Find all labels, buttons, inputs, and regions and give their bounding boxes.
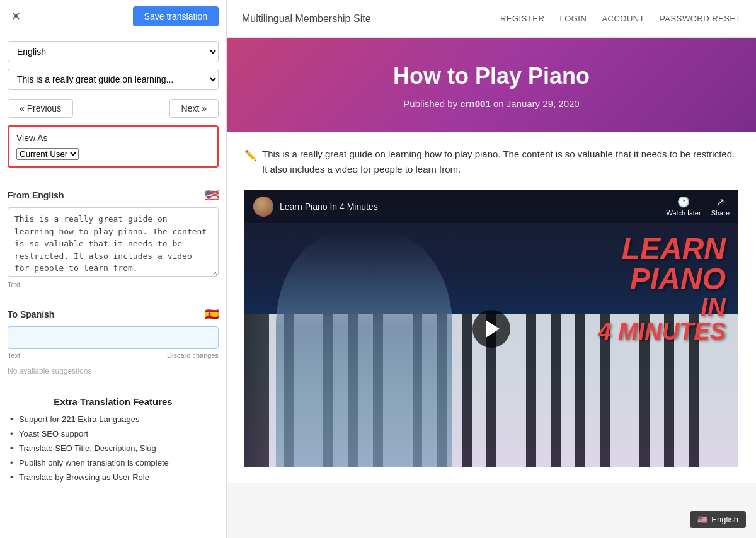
save-translation-button[interactable]: Save translation [133, 6, 219, 26]
view-as-select[interactable]: Current User [16, 148, 79, 160]
clock-icon: 🕐 [677, 196, 690, 208]
from-section: From English 🇺🇸 This is a really great g… [0, 181, 226, 300]
play-triangle-icon [486, 320, 500, 338]
share-action[interactable]: ↗ Share [711, 196, 730, 217]
spanish-flag-icon: 🇪🇸 [205, 307, 219, 321]
author-name: crn001 [460, 98, 490, 109]
target-meta: Text Discard changes [8, 352, 219, 359]
source-field-type: Text [8, 281, 20, 289]
site-title: Multilingual Membership Site [242, 13, 371, 25]
to-title: To Spanish [8, 309, 54, 319]
watch-later-label: Watch later [666, 209, 701, 217]
target-text-input[interactable] [8, 326, 219, 349]
video-title-text: Learn Piano In 4 Minutes [280, 202, 660, 212]
watch-later-action[interactable]: 🕐 Watch later [666, 196, 701, 217]
hero-meta: Published by crn001 on January 29, 2020 [247, 98, 736, 109]
overlay-in: IN [598, 294, 726, 319]
string-select[interactable]: This is a really great guide on learning… [8, 69, 219, 90]
translation-panel: ✕ Save translation English This is a rea… [0, 0, 227, 538]
from-title: From English [8, 190, 64, 200]
hero-title: How to Play Piano [247, 63, 736, 89]
badge-language-label: English [711, 515, 738, 524]
discard-changes-link[interactable]: Discard changes [167, 352, 219, 359]
description-text: This is a really great guide on learning… [262, 147, 738, 177]
close-button[interactable]: ✕ [8, 8, 25, 25]
published-on-date: on January 29, 2020 [491, 98, 580, 109]
list-item: Yoast SEO support [10, 429, 216, 438]
overlay-minutes: 4 MINUTES [598, 319, 726, 343]
top-bar: ✕ Save translation [0, 0, 226, 33]
video-play-button[interactable] [472, 310, 510, 348]
share-icon: ↗ [716, 196, 724, 208]
english-language-badge: 🇺🇸 English [690, 511, 746, 528]
to-section: To Spanish 🇪🇸 Text Discard changes No av… [0, 300, 226, 379]
nav-register[interactable]: REGISTER [500, 14, 544, 23]
description-block: ✏️ This is a really great guide on learn… [244, 147, 738, 177]
overlay-piano: PIANO [598, 264, 726, 294]
nav-login[interactable]: LOGIN [559, 14, 587, 23]
nav-buttons: « Previous Next » [0, 95, 226, 125]
person-silhouette [276, 231, 452, 467]
previous-button[interactable]: « Previous [8, 99, 73, 118]
list-item: Support for 221 Extra Languages [10, 415, 216, 424]
video-top-bar: Learn Piano In 4 Minutes 🕐 Watch later ↗… [244, 190, 738, 223]
nav-account[interactable]: ACCOUNT [602, 14, 644, 23]
share-label: Share [711, 209, 730, 217]
to-header: To Spanish 🇪🇸 [8, 307, 219, 321]
list-item: Translate by Browsing as User Role [10, 472, 216, 482]
no-suggestions-text: No available suggestions [8, 367, 219, 375]
site-preview-panel: Multilingual Membership Site REGISTER LO… [227, 0, 756, 538]
features-list: Support for 221 Extra Languages Yoast SE… [10, 415, 216, 482]
language-selector-wrap: English [0, 33, 226, 66]
view-as-section: View As Current User [8, 125, 219, 168]
content-area: ✏️ This is a really great guide on learn… [227, 132, 756, 483]
language-select[interactable]: English [8, 41, 219, 62]
source-meta: Text [8, 281, 219, 289]
list-item: Translate SEO Title, Description, Slug [10, 444, 216, 453]
list-item: Publish only when translation is complet… [10, 458, 216, 467]
next-button[interactable]: Next » [169, 99, 219, 118]
overlay-learn: LEARN [598, 234, 726, 264]
video-top-actions: 🕐 Watch later ↗ Share [666, 196, 730, 217]
site-nav: REGISTER LOGIN ACCOUNT PASSWORD RESET [500, 14, 741, 23]
video-container[interactable]: Learn Piano In 4 Minutes 🕐 Watch later ↗… [244, 190, 738, 467]
view-as-label: View As [16, 133, 210, 143]
english-flag-icon: 🇺🇸 [205, 188, 219, 202]
published-by-label: Published by [403, 98, 460, 109]
edit-pencil-icon: ✏️ [244, 147, 257, 164]
source-text-area[interactable]: This is a really great guide on learning… [8, 207, 219, 277]
string-selector-wrap: This is a really great guide on learning… [0, 66, 226, 95]
target-field-type: Text [8, 352, 20, 359]
nav-password-reset[interactable]: PASSWORD RESET [660, 14, 741, 23]
hero-section: How to Play Piano Published by crn001 on… [227, 38, 756, 132]
video-overlay-text: LEARN PIANO IN 4 MINUTES [598, 234, 726, 343]
video-avatar [253, 197, 273, 217]
extra-features-section: Extra Translation Features Support for 2… [0, 386, 226, 495]
from-header: From English 🇺🇸 [8, 188, 219, 202]
extra-features-title: Extra Translation Features [10, 396, 216, 407]
site-header: Multilingual Membership Site REGISTER LO… [227, 0, 756, 38]
badge-flag-icon: 🇺🇸 [697, 515, 707, 524]
video-thumbnail: Learn Piano In 4 Minutes 🕐 Watch later ↗… [244, 190, 738, 467]
